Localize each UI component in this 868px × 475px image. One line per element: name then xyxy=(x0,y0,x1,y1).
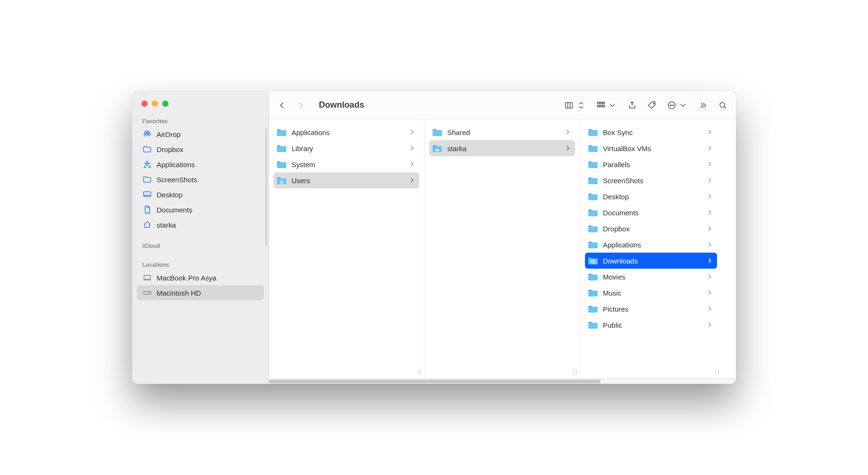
folder-row-desktop[interactable]: Desktop xyxy=(585,188,717,204)
folder-row-system[interactable]: System xyxy=(274,156,419,172)
folder-row-screenshots[interactable]: ScreenShots xyxy=(585,172,717,188)
sidebar-section-favorites-header: Favorites xyxy=(137,115,264,127)
folder-label: Movies xyxy=(603,273,703,281)
folder-label: VirtualBox VMs xyxy=(603,144,703,153)
sidebar-item-applications[interactable]: Applications xyxy=(137,157,264,172)
column-resize-handle[interactable]: || xyxy=(715,369,720,375)
sidebar-item-documents[interactable]: Documents xyxy=(137,202,264,217)
folder-row-downloads[interactable]: Downloads xyxy=(585,253,717,269)
folder-row-public[interactable]: Public xyxy=(585,317,717,333)
folder-icon xyxy=(588,208,598,217)
folder-row-shared[interactable]: Shared xyxy=(429,124,575,140)
svg-rect-5 xyxy=(566,102,573,108)
appstore-icon xyxy=(142,160,152,169)
folder-outline-icon xyxy=(142,175,152,184)
folder-label: System xyxy=(292,161,405,169)
sidebar-item-label: Macintosh HD xyxy=(157,289,201,297)
sidebar-item-desktop[interactable]: Desktop xyxy=(137,187,264,202)
chevron-right-icon xyxy=(708,305,712,313)
minimize-window-button[interactable] xyxy=(152,101,158,107)
close-window-button[interactable] xyxy=(142,101,148,107)
folder-row-movies[interactable]: Movies xyxy=(585,269,717,285)
folder-row-users[interactable]: Users xyxy=(274,172,419,188)
folder-icon xyxy=(588,128,598,136)
horizontal-scrollbar-track[interactable] xyxy=(269,378,736,384)
folder-row-boxsync[interactable]: Box Sync xyxy=(585,124,717,140)
folder-dropbox-icon xyxy=(588,224,598,233)
column-browser: Applications Library System Users xyxy=(269,119,736,378)
toolbar-overflow-button[interactable] xyxy=(698,101,708,110)
folder-label: Music xyxy=(603,289,703,297)
svg-point-0 xyxy=(146,133,148,135)
sidebar-item-label: Dropbox xyxy=(157,145,184,153)
svg-rect-11 xyxy=(603,105,604,107)
folder-downloads-icon xyxy=(588,256,598,265)
folder-home-icon xyxy=(432,144,442,153)
folder-row-applications[interactable]: Applications xyxy=(274,124,419,140)
search-button[interactable] xyxy=(718,101,727,110)
folder-row-music[interactable]: Music xyxy=(585,285,717,301)
svg-rect-7 xyxy=(600,102,602,103)
folder-row-applications-user[interactable]: Applications xyxy=(585,237,717,253)
desktop-icon xyxy=(142,190,152,199)
chevron-right-icon xyxy=(708,241,712,249)
folder-label: Shared xyxy=(447,128,561,136)
zoom-window-button[interactable] xyxy=(162,101,168,107)
sidebar-locations-list: MacBook Pro Asya Macintosh HD xyxy=(137,270,264,300)
folder-row-dropbox[interactable]: Dropbox xyxy=(585,221,717,237)
sidebar-item-label: Desktop xyxy=(157,191,183,199)
sidebar-item-macbook[interactable]: MacBook Pro Asya xyxy=(137,270,264,285)
folder-row-starka[interactable]: starka xyxy=(429,140,575,156)
chevron-right-icon xyxy=(708,257,712,265)
view-columns-button[interactable] xyxy=(564,101,586,110)
sidebar: Favorites AirDrop Dropbox Applications xyxy=(132,91,269,384)
folder-row-virtualbox-vms[interactable]: VirtualBox VMs xyxy=(585,140,717,156)
folder-row-pictures[interactable]: Pictures xyxy=(585,301,717,317)
folder-label: Applications xyxy=(292,128,405,136)
disk-icon xyxy=(142,288,152,297)
svg-rect-10 xyxy=(600,105,602,107)
folder-label: Pictures xyxy=(603,305,703,313)
folder-users-icon xyxy=(276,176,287,185)
sidebar-item-airdrop[interactable]: AirDrop xyxy=(137,127,264,142)
window-title: Downloads xyxy=(319,100,364,110)
forward-button[interactable] xyxy=(296,101,306,110)
main-pane: Downloads xyxy=(269,91,736,384)
folder-label: starka xyxy=(447,144,561,153)
folder-label: Box Sync xyxy=(603,128,703,136)
tags-button[interactable] xyxy=(647,101,657,110)
more-actions-button[interactable] xyxy=(667,101,688,110)
folder-label: Parallels xyxy=(603,161,703,169)
folder-label: Desktop xyxy=(603,193,703,201)
column-resize-handle[interactable]: || xyxy=(417,369,422,375)
sidebar-favorites-list: AirDrop Dropbox Applications ScreenShots xyxy=(137,127,264,232)
sidebar-item-screenshots[interactable]: ScreenShots xyxy=(137,172,264,187)
group-by-button[interactable] xyxy=(596,101,617,110)
sidebar-item-macintosh-hd[interactable]: Macintosh HD xyxy=(137,285,264,300)
folder-row-library[interactable]: Library xyxy=(274,140,419,156)
folder-icon xyxy=(588,321,598,329)
folder-row-parallels[interactable]: Parallels xyxy=(585,156,717,172)
folder-icon xyxy=(588,160,598,169)
folder-icon xyxy=(588,272,598,281)
horizontal-scrollbar-thumb[interactable] xyxy=(269,380,601,383)
sidebar-item-label: MacBook Pro Asya xyxy=(157,274,217,282)
sidebar-item-dropbox[interactable]: Dropbox xyxy=(137,142,264,157)
share-button[interactable] xyxy=(627,101,637,110)
sidebar-scrollbar[interactable] xyxy=(265,128,267,246)
folder-icon xyxy=(276,160,287,169)
folder-label: Documents xyxy=(603,209,703,217)
column-resize-handle[interactable]: || xyxy=(573,369,578,375)
chevron-right-icon xyxy=(410,144,415,153)
folder-row-documents[interactable]: Documents xyxy=(585,204,717,221)
sidebar-section-locations-header: Locations xyxy=(137,259,264,270)
chevron-right-icon xyxy=(708,161,712,169)
svg-rect-2 xyxy=(144,275,150,279)
back-button[interactable] xyxy=(277,101,287,110)
svg-point-18 xyxy=(281,180,283,182)
sidebar-item-home[interactable]: starka xyxy=(137,217,264,232)
svg-point-14 xyxy=(670,105,671,106)
sidebar-item-label: AirDrop xyxy=(157,130,181,138)
folder-label: Library xyxy=(292,144,405,153)
chevron-right-icon xyxy=(708,144,712,153)
